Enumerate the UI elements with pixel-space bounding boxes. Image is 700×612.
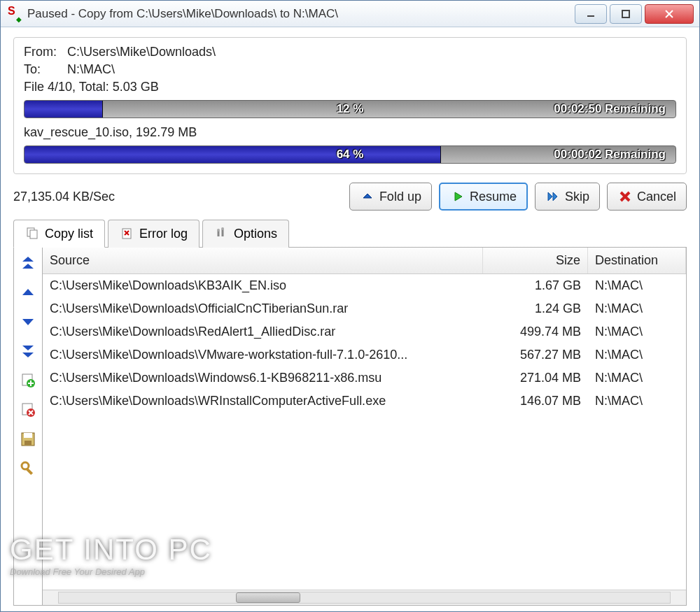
current-file: kav_rescue_10.iso, 192.79 MB xyxy=(24,125,676,140)
cell-source: C:\Users\Mike\Downloads\Windows6.1-KB968… xyxy=(43,369,483,387)
cell-dest: N:\MAC\ xyxy=(588,277,686,294)
resume-button[interactable]: Resume xyxy=(439,183,528,211)
table-row[interactable]: C:\Users\Mike\Downloads\WRInstallCompute… xyxy=(43,390,686,413)
error-log-icon xyxy=(120,227,135,242)
side-toolbar xyxy=(14,248,42,605)
horizontal-scrollbar[interactable] xyxy=(43,590,686,605)
action-row: 27,135.04 KB/Sec Fold up Resume Skip Can… xyxy=(13,183,687,211)
fold-label: Fold up xyxy=(379,190,421,204)
cell-source: C:\Users\Mike\Downloads\KB3AIK_EN.iso xyxy=(43,277,483,294)
tab-copy-list[interactable]: Copy list xyxy=(13,220,105,248)
minimize-button[interactable] xyxy=(575,4,607,24)
cancel-icon xyxy=(617,189,633,204)
fold-up-button[interactable]: Fold up xyxy=(349,183,432,211)
table-row[interactable]: C:\Users\Mike\Downloads\Windows6.1-KB968… xyxy=(43,367,686,390)
move-up-button[interactable] xyxy=(18,283,38,302)
svg-rect-1 xyxy=(622,10,629,17)
cell-size: 146.07 MB xyxy=(483,392,588,410)
cell-size: 1.67 GB xyxy=(483,277,588,294)
overall-status: File 4/10, Total: 5.03 GB xyxy=(24,80,676,94)
tab-options[interactable]: Options xyxy=(202,220,289,248)
tab-error-log-label: Error log xyxy=(139,227,188,241)
table-body: C:\Users\Mike\Downloads\KB3AIK_EN.iso1.6… xyxy=(43,274,686,590)
tab-options-label: Options xyxy=(234,227,277,241)
cell-dest: N:\MAC\ xyxy=(588,392,686,410)
to-label: To: xyxy=(24,62,67,77)
from-label: From: xyxy=(24,45,67,59)
header-destination[interactable]: Destination xyxy=(588,248,686,273)
skip-label: Skip xyxy=(565,190,589,204)
current-remaining: 00:00:02 Remaining xyxy=(554,148,666,162)
current-percent: 64 % xyxy=(337,148,364,162)
to-path: N:\MAC\ xyxy=(67,62,115,76)
skip-button[interactable]: Skip xyxy=(535,183,600,211)
svg-point-5 xyxy=(217,229,220,232)
svg-rect-13 xyxy=(24,441,31,445)
file-table: Source Size Destination C:\Users\Mike\Do… xyxy=(42,248,686,605)
move-down-button[interactable] xyxy=(18,312,38,332)
table-header: Source Size Destination xyxy=(43,248,686,274)
table-row[interactable]: C:\Users\Mike\Downloads\VMware-workstati… xyxy=(43,343,686,367)
from-line: From:C:\Users\Mike\Downloads\ xyxy=(24,45,676,59)
current-progress: 64 %00:00:02 Remaining xyxy=(24,145,676,164)
current-progress-bar: 64 %00:00:02 Remaining xyxy=(24,145,676,164)
from-path: C:\Users\Mike\Downloads\ xyxy=(67,45,216,59)
tab-copy-list-label: Copy list xyxy=(45,227,93,241)
cell-source: C:\Users\Mike\Downloads\VMware-workstati… xyxy=(43,346,483,364)
window-title: Paused - Copy from C:\Users\Mike\Downloa… xyxy=(27,7,572,21)
svg-rect-3 xyxy=(30,230,37,239)
move-bottom-button[interactable] xyxy=(18,341,38,361)
overall-remaining: 00:02:50 Remaining xyxy=(554,102,666,116)
move-top-button[interactable] xyxy=(18,253,38,273)
skip-icon xyxy=(545,189,561,204)
content: From:C:\Users\Mike\Downloads\ To:N:\MAC\… xyxy=(1,27,699,611)
list-area: Source Size Destination C:\Users\Mike\Do… xyxy=(13,248,687,606)
overall-progress-bar: 12 %00:02:50 Remaining xyxy=(24,100,676,118)
cell-source: C:\Users\Mike\Downloads\OfficialCnCTiber… xyxy=(43,300,483,318)
save-button[interactable] xyxy=(18,429,38,449)
titlebar: Paused - Copy from C:\Users\Mike\Downloa… xyxy=(1,1,699,27)
close-button[interactable] xyxy=(645,4,694,24)
cell-dest: N:\MAC\ xyxy=(588,323,686,341)
scrollbar-thumb[interactable] xyxy=(236,592,300,603)
table-row[interactable]: C:\Users\Mike\Downloads\KB3AIK_EN.iso1.6… xyxy=(43,274,686,297)
cancel-button[interactable]: Cancel xyxy=(607,183,687,211)
table-row[interactable]: C:\Users\Mike\Downloads\RedAlert1_Allied… xyxy=(43,320,686,343)
app-icon xyxy=(6,6,22,22)
add-button[interactable] xyxy=(18,371,38,390)
options-icon xyxy=(214,227,230,242)
cell-size: 271.04 MB xyxy=(483,369,588,387)
tab-error-log[interactable]: Error log xyxy=(108,220,200,248)
settings-button[interactable] xyxy=(18,459,38,478)
svg-rect-0 xyxy=(587,15,594,17)
to-line: To:N:\MAC\ xyxy=(24,62,676,77)
svg-rect-15 xyxy=(26,468,33,475)
tab-bar: Copy list Error log Options xyxy=(13,219,687,248)
cell-dest: N:\MAC\ xyxy=(588,346,686,364)
cell-dest: N:\MAC\ xyxy=(588,300,686,318)
transfer-speed: 27,135.04 KB/Sec xyxy=(13,190,342,204)
overall-progress: 12 %00:02:50 Remaining xyxy=(24,100,676,118)
resume-icon xyxy=(450,189,465,204)
cell-size: 1.24 GB xyxy=(483,300,588,318)
cell-size: 567.27 MB xyxy=(483,346,588,364)
svg-point-14 xyxy=(22,462,29,469)
svg-point-6 xyxy=(221,227,224,230)
cell-source: C:\Users\Mike\Downloads\RedAlert1_Allied… xyxy=(43,323,483,341)
overall-percent: 12 % xyxy=(337,102,364,116)
maximize-button[interactable] xyxy=(610,4,642,24)
copy-list-icon xyxy=(25,226,41,241)
cell-dest: N:\MAC\ xyxy=(588,369,686,387)
header-size[interactable]: Size xyxy=(483,248,588,273)
svg-rect-12 xyxy=(24,433,32,438)
header-source[interactable]: Source xyxy=(43,248,483,273)
fold-icon xyxy=(360,189,375,204)
remove-button[interactable] xyxy=(18,400,38,420)
cell-source: C:\Users\Mike\Downloads\WRInstallCompute… xyxy=(43,392,483,410)
progress-panel: From:C:\Users\Mike\Downloads\ To:N:\MAC\… xyxy=(13,37,687,174)
table-row[interactable]: C:\Users\Mike\Downloads\OfficialCnCTiber… xyxy=(43,297,686,320)
window-controls xyxy=(572,4,694,24)
cell-size: 499.74 MB xyxy=(483,323,588,341)
app-window: Paused - Copy from C:\Users\Mike\Downloa… xyxy=(0,0,700,612)
cancel-label: Cancel xyxy=(637,190,676,204)
